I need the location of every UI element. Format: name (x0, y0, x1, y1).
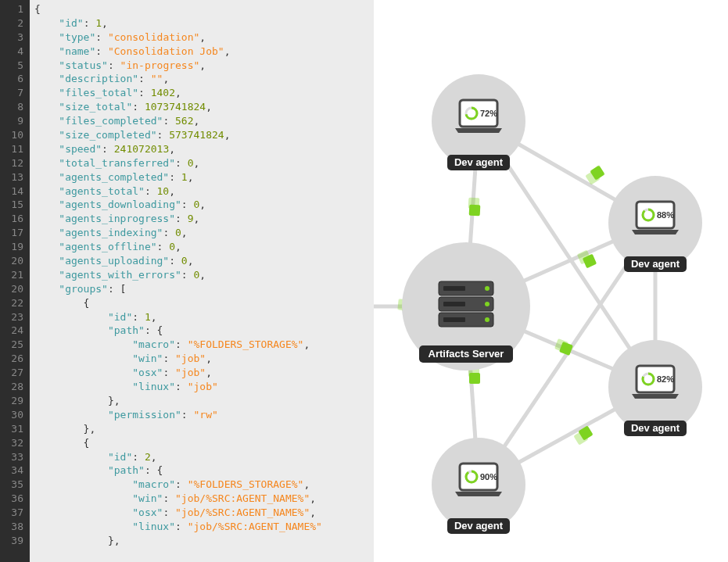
network-diagram: Artifacts Server 72% Dev agent (374, 0, 728, 562)
progress-percent: 72% (480, 109, 497, 118)
agent-label: Dev agent (454, 156, 504, 168)
line-number-gutter: 1234567891011121314151617192021202223242… (0, 0, 30, 562)
agent-label: Dev agent (454, 520, 504, 532)
progress-percent: 88% (657, 210, 674, 220)
code-content: { "id": 1, "type": "consolidation", "nam… (30, 0, 322, 562)
svg-rect-30 (443, 317, 465, 322)
agent-label: Dev agent (631, 422, 680, 434)
server-label: Artifacts Server (429, 348, 504, 360)
dev-agent-node: 88% Dev agent (608, 176, 702, 272)
svg-point-31 (485, 286, 490, 291)
agent-label: Dev agent (631, 258, 680, 270)
dev-agent-node: 82% Dev agent (608, 340, 702, 436)
artifacts-server-node: Artifacts Server (402, 242, 530, 370)
svg-rect-28 (443, 286, 465, 291)
svg-rect-18 (469, 205, 481, 217)
code-editor: 1234567891011121314151617192021202223242… (0, 0, 374, 562)
svg-point-32 (485, 302, 490, 306)
svg-rect-20 (469, 373, 480, 384)
server-icon (439, 281, 493, 327)
dev-agent-node: 72% Dev agent (432, 74, 525, 170)
svg-point-33 (485, 317, 490, 322)
svg-rect-29 (443, 302, 465, 306)
progress-percent: 90% (480, 472, 497, 481)
progress-percent: 82% (657, 374, 674, 384)
dev-agent-node: 90% Dev agent (432, 438, 525, 534)
